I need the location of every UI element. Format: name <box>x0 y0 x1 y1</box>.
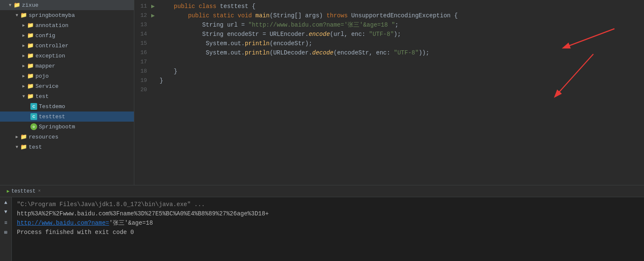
arrow-pojo: ▶ <box>20 73 27 79</box>
run-arrow-11: ▶ <box>151 2 158 11</box>
java-icon-testtest: C <box>30 113 37 120</box>
arrow-mapper: ▶ <box>20 63 27 68</box>
folder-icon-exception: 📁 <box>27 52 34 59</box>
line-content-18: } <box>158 67 644 76</box>
line-content-19: } <box>158 76 644 85</box>
scroll-down-btn[interactable]: ▼ <box>2 208 10 216</box>
code-line-13: 13 String url = "http://www.baidu.com?na… <box>134 20 644 30</box>
code-line-18: 18 } <box>134 67 644 76</box>
line-num-13: 13 <box>134 20 151 30</box>
label-resources: resources <box>29 134 58 140</box>
tree-item-test[interactable]: ▼ 📁 test <box>0 91 134 101</box>
line-content-12: public static void main(String[] args) t… <box>158 11 644 20</box>
code-line-16: 16 System.out.println(URLDecoder.decode(… <box>134 48 644 57</box>
sidebar: ▼ 📁 zixue ▼ 📁 springbootmyba ▶ 📁 annotat… <box>0 0 134 185</box>
line-num-12: 12 <box>134 11 151 20</box>
bottom-content: ▲ ▼ ≡ ⊞ "C:\Program Files\Java\jdk1.8.0_… <box>0 197 644 261</box>
console-line-2: http%3A%2F%2Fwww.baidu.com%3Fname%3D%27E… <box>17 209 639 218</box>
code-editor[interactable]: 11 ▶ public class testtest { 12 ▶ public… <box>134 0 644 96</box>
arrow-test2: ▼ <box>14 145 20 150</box>
run-tab-close[interactable]: × <box>38 189 41 193</box>
label-zixue: zixue <box>22 2 38 8</box>
code-line-15: 15 System.out.println(encodeStr); <box>134 39 644 48</box>
console-line-1: "C:\Program Files\Java\jdk1.8.0_172\bin\… <box>17 200 639 209</box>
arrow-zixue: ▼ <box>7 3 14 8</box>
run-tab-label: testtest <box>11 188 36 194</box>
console-link-suffix: '张三'&age=18 <box>109 220 153 226</box>
label-controller: controller <box>35 43 68 49</box>
folder-icon-zixue: 📁 <box>14 2 20 8</box>
run-arrow-12: ▶ <box>151 11 158 20</box>
tree-item-zixue[interactable]: ▼ 📁 zixue <box>0 0 134 10</box>
line-num-20: 20 <box>134 85 151 95</box>
code-line-19: 19 } <box>134 76 644 85</box>
tree-item-springbootm[interactable]: ⚙ Springbootm <box>0 122 134 132</box>
line-content-16: System.out.println(URLDecoder.decode(enc… <box>158 48 644 57</box>
arrow-controller: ▶ <box>20 43 27 48</box>
arrow-annotation: ▶ <box>20 23 27 28</box>
line-num-14: 14 <box>134 30 151 39</box>
main-area: ▼ 📁 zixue ▼ 📁 springbootmyba ▶ 📁 annotat… <box>0 0 644 185</box>
line-content-11: public class testtest { <box>158 2 644 11</box>
folder-icon-mapper: 📁 <box>27 63 34 69</box>
tree-item-resources[interactable]: ▶ 📁 resources <box>0 132 134 142</box>
scroll-up-btn[interactable]: ▲ <box>2 199 10 207</box>
line-content-15: System.out.println(encodeStr); <box>158 39 644 48</box>
label-pojo: pojo <box>35 73 49 79</box>
tree-item-mapper[interactable]: ▶ 📁 mapper <box>0 61 134 71</box>
wrap-btn[interactable]: ≡ <box>2 219 10 227</box>
line-num-19: 19 <box>134 76 151 85</box>
label-service: Service <box>35 83 59 90</box>
console-line-3: http://www.baidu.com?name='张三'&age=18 <box>17 218 639 228</box>
run-icon: ▶ <box>7 188 10 194</box>
line-num-16: 16 <box>134 48 151 57</box>
tree-item-springbootmyba[interactable]: ▼ 📁 springbootmyba <box>0 10 134 20</box>
label-test: test <box>35 93 49 100</box>
folder-icon-service: 📁 <box>27 83 34 90</box>
folder-icon-config: 📁 <box>27 32 34 39</box>
arrow-exception: ▶ <box>20 53 27 58</box>
line-num-17: 17 <box>134 57 151 67</box>
label-springbootm: Springbootm <box>39 124 75 130</box>
folder-icon-annotation: 📁 <box>27 22 34 29</box>
folder-icon-controller: 📁 <box>27 42 34 49</box>
code-line-14: 14 String encodeStr = URLEncoder.encode(… <box>134 30 644 39</box>
label-mapper: mapper <box>35 63 55 69</box>
editor-wrapper: 11 ▶ public class testtest { 12 ▶ public… <box>134 0 644 185</box>
run-sidebar: ▲ ▼ ≡ ⊞ <box>0 197 12 261</box>
label-springbootmyba: springbootmyba <box>29 12 75 19</box>
tree-item-exception[interactable]: ▶ 📁 exception <box>0 51 134 61</box>
folder-icon-resources: 📁 <box>20 133 27 140</box>
bottom-tabs: ▶ testtest × <box>0 185 644 197</box>
tree-item-annotation[interactable]: ▶ 📁 annotation <box>0 20 134 30</box>
bottom-panel: ▶ testtest × ▲ ▼ ≡ ⊞ "C:\Program Files\J… <box>0 185 644 261</box>
tree-item-testdemo[interactable]: C Testdemo <box>0 101 134 111</box>
folder-icon-test: 📁 <box>27 93 34 100</box>
tree-item-testtest[interactable]: C testtest <box>0 111 134 122</box>
tree-item-test2[interactable]: ▼ 📁 test <box>0 142 134 152</box>
tree-item-service[interactable]: ▶ 📁 Service <box>0 81 134 91</box>
code-line-17: 17 <box>134 57 644 67</box>
expand-btn[interactable]: ⊞ <box>2 228 10 236</box>
code-line-11: 11 ▶ public class testtest { <box>134 2 644 11</box>
tree-item-config[interactable]: ▶ 📁 config <box>0 30 134 41</box>
console-link[interactable]: http://www.baidu.com?name= <box>17 220 109 226</box>
arrow-resources: ▶ <box>14 134 20 139</box>
line-num-11: 11 <box>134 2 151 11</box>
console-output: "C:\Program Files\Java\jdk1.8.0_172\bin\… <box>12 197 644 261</box>
tree-item-controller[interactable]: ▶ 📁 controller <box>0 41 134 51</box>
arrow-config: ▶ <box>20 33 27 38</box>
label-testdemo: Testdemo <box>39 103 65 110</box>
folder-icon-pojo: 📁 <box>27 73 34 79</box>
tree-item-pojo[interactable]: ▶ 📁 pojo <box>0 71 134 81</box>
label-test2: test <box>29 144 42 150</box>
label-config: config <box>35 33 55 39</box>
code-line-20: 20 <box>134 85 644 95</box>
label-exception: exception <box>35 53 65 59</box>
console-line-5: Process finished with exit code 0 <box>17 228 639 237</box>
run-tab-testtest[interactable]: ▶ testtest × <box>3 185 44 197</box>
line-num-18: 18 <box>134 67 151 76</box>
label-annotation: annotation <box>35 22 68 29</box>
java-icon-testdemo: C <box>30 103 37 110</box>
line-content-13: String url = "http://www.baidu.com?name=… <box>158 20 644 30</box>
